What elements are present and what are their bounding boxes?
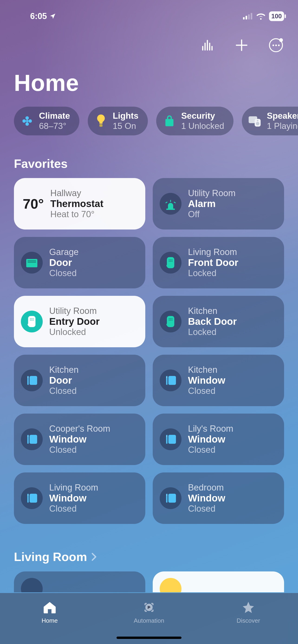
more-button[interactable] xyxy=(268,37,284,53)
automation-icon xyxy=(142,600,156,615)
svg-point-22 xyxy=(170,261,171,262)
favorites-header[interactable]: Favorites xyxy=(14,157,68,170)
add-button[interactable] xyxy=(233,37,250,53)
contact-sensor-icon xyxy=(21,428,43,450)
tile-kitchen-window[interactable]: Kitchen Window Closed xyxy=(153,355,284,406)
svg-rect-52 xyxy=(168,435,176,444)
home-icon xyxy=(42,600,57,615)
battery-indicator: 100 xyxy=(269,11,284,21)
star-icon xyxy=(241,600,256,615)
status-time-area: 6:05 xyxy=(30,11,56,21)
tab-bar: Home Automati xyxy=(0,593,298,644)
tile-thermostat[interactable]: 70° Hallway Thermostat Heat to 70° xyxy=(14,178,145,230)
tile-living-room-window[interactable]: Living Room Window Closed xyxy=(14,472,145,524)
tab-home[interactable]: Home xyxy=(1,600,99,624)
svg-point-19 xyxy=(170,260,171,260)
svg-point-48 xyxy=(27,436,29,437)
favorites-title: Favorites xyxy=(14,157,68,170)
intercom-button[interactable] xyxy=(199,37,215,53)
tile-state: Unlocked xyxy=(49,327,100,337)
tile-state: Closed xyxy=(188,445,233,455)
tile-room: Lily's Room xyxy=(188,424,233,434)
lock-icon xyxy=(163,114,176,128)
lock-icon xyxy=(160,252,181,274)
tile-alarm[interactable]: Utility Room Alarm Off xyxy=(153,178,284,230)
tile-lilys-window[interactable]: Lily's Room Window Closed xyxy=(153,414,284,465)
battery-level: 100 xyxy=(271,13,282,20)
tab-label: Automation xyxy=(134,617,164,624)
tab-automation[interactable]: Automation xyxy=(100,600,198,624)
svg-point-36 xyxy=(171,318,172,319)
category-row[interactable]: Climate 68–73° Lights 15 On Security 1 U… xyxy=(14,107,298,136)
svg-point-39 xyxy=(171,320,172,320)
tile-entry-door[interactable]: Utility Room Entry Door Unlocked xyxy=(14,296,145,347)
svg-point-9 xyxy=(257,120,258,121)
svg-rect-40 xyxy=(166,324,173,326)
lock-icon xyxy=(21,311,43,332)
tile-coopers-window[interactable]: Cooper's Room Window Closed xyxy=(14,414,145,465)
contact-sensor-icon xyxy=(21,370,43,391)
chevron-right-icon xyxy=(91,553,97,561)
contact-sensor-icon xyxy=(160,487,181,509)
svg-point-45 xyxy=(166,377,167,378)
bulb-icon xyxy=(94,114,108,128)
tile-name: Window xyxy=(188,434,233,445)
pill-climate[interactable]: Climate 68–73° xyxy=(14,107,79,136)
tile-name: Window xyxy=(49,434,110,445)
tile-garage-door[interactable]: Garage Door Closed xyxy=(14,237,145,288)
pill-lights[interactable]: Lights 15 On xyxy=(88,107,148,136)
svg-rect-3 xyxy=(251,13,252,20)
tile-name: Back Door xyxy=(188,316,237,327)
plus-icon xyxy=(236,40,247,51)
home-indicator[interactable] xyxy=(117,636,181,639)
pill-security[interactable]: Security 1 Unlocked xyxy=(156,107,233,136)
svg-rect-5 xyxy=(99,124,102,127)
tile-partial-right[interactable] xyxy=(153,572,284,592)
tile-partial-left[interactable] xyxy=(14,572,145,592)
svg-rect-16 xyxy=(28,262,36,263)
thermostat-icon: 70° xyxy=(21,196,44,212)
tile-name: Alarm xyxy=(188,198,235,209)
accessory-icon xyxy=(21,578,43,592)
fan-icon xyxy=(21,114,34,128)
svg-rect-15 xyxy=(28,260,36,261)
tile-room: Bedroom xyxy=(188,483,225,492)
tab-label: Discover xyxy=(236,617,260,624)
pill-sub: 15 On xyxy=(113,121,139,131)
svg-rect-14 xyxy=(26,259,37,267)
pill-label: Lights xyxy=(113,111,139,121)
svg-rect-10 xyxy=(166,209,175,210)
tab-label: Home xyxy=(42,617,58,624)
tab-discover[interactable]: Discover xyxy=(199,600,297,624)
tile-front-door[interactable]: Living Room Front Door Locked xyxy=(153,237,284,288)
svg-point-37 xyxy=(169,320,170,320)
tile-name: Entry Door xyxy=(49,316,100,327)
svg-rect-49 xyxy=(30,435,37,444)
tile-state: Locked xyxy=(188,268,238,278)
svg-rect-58 xyxy=(168,494,176,502)
tile-state: Locked xyxy=(188,327,237,337)
tile-kitchen-door[interactable]: Kitchen Door Closed xyxy=(14,355,145,406)
svg-point-57 xyxy=(166,494,167,496)
pill-label: Climate xyxy=(39,111,70,121)
accessory-icon xyxy=(160,578,181,592)
tile-name: Door xyxy=(49,257,79,268)
tile-back-door[interactable]: Kitchen Back Door Locked xyxy=(153,296,284,347)
svg-point-38 xyxy=(170,320,171,320)
tile-state: Heat to 70° xyxy=(50,209,104,219)
svg-point-28 xyxy=(33,318,34,319)
alarm-icon xyxy=(160,193,181,215)
tile-state: Off xyxy=(188,209,235,219)
pill-speakers[interactable]: Speakers 1 Playing xyxy=(242,107,298,136)
pill-sub: 68–73° xyxy=(39,121,70,131)
tile-bedroom-window[interactable]: Bedroom Window Closed xyxy=(153,472,284,524)
svg-point-27 xyxy=(31,318,32,319)
tile-state: Closed xyxy=(49,504,98,514)
svg-rect-55 xyxy=(30,494,37,502)
living-room-header[interactable]: Living Room xyxy=(14,550,97,564)
svg-point-20 xyxy=(171,260,172,260)
status-time: 6:05 xyxy=(30,11,47,21)
svg-rect-32 xyxy=(28,324,35,326)
svg-point-4 xyxy=(26,120,28,122)
garage-icon xyxy=(21,252,43,274)
